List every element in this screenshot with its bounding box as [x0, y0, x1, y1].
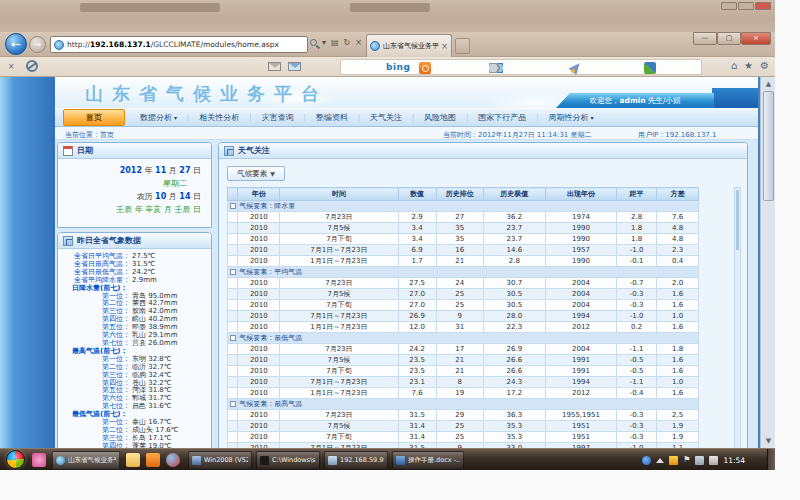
cell: 0.4 — [657, 256, 699, 267]
browser-forward-button[interactable]: → — [29, 36, 46, 53]
blocker-icon[interactable] — [26, 60, 38, 72]
window-icon — [396, 456, 405, 465]
close-button[interactable]: × — [741, 32, 771, 45]
nav-item-2[interactable]: 相关性分析 — [190, 110, 248, 125]
sogou-tray-icon[interactable] — [669, 456, 678, 465]
cell: 2010 — [238, 421, 280, 432]
calendar-body: 2012 年 11 月 27 日 星期二 农历 10 月 14 日 壬辰 年 辛… — [58, 159, 211, 216]
taskbar-window-button[interactable]: Win2008 (VS2... — [188, 451, 252, 469]
group-label: 气候要素：最低气温 — [238, 333, 699, 344]
cell: 7月5候 — [280, 223, 398, 234]
climate-table: 年份时间数值历史排位历史极值出现年份距平方差 气候要素：降水量20107月23日… — [227, 187, 699, 448]
scroll-up-icon[interactable]: ▲ — [761, 77, 775, 91]
cell: 7月23日 — [280, 278, 398, 289]
favorites-star-icon[interactable]: ★ — [744, 60, 753, 71]
action-center-flag-icon[interactable]: ⚑ — [683, 455, 690, 465]
cell: 1957 — [545, 245, 616, 256]
window-controls: —▢× — [693, 32, 771, 45]
nav-item-8[interactable]: 周期性分析▾ — [540, 110, 603, 125]
taskbar-ie-window[interactable]: 山东省气候业务平... — [52, 451, 120, 469]
stop-icon[interactable]: × — [355, 38, 362, 47]
checkbox[interactable] — [230, 269, 236, 275]
network-icon[interactable] — [695, 456, 704, 465]
panel-scrollbar[interactable] — [734, 187, 741, 448]
puzzle-icon[interactable] — [644, 62, 656, 74]
messenger-tray-icon[interactable] — [642, 456, 651, 465]
nav-item-4[interactable]: 整编资料 — [307, 110, 357, 125]
cell: 36.2 — [483, 212, 545, 223]
show-hidden-icons-arrow[interactable] — [656, 458, 664, 463]
checkbox[interactable] — [230, 203, 236, 209]
cell: 31.4 — [398, 432, 436, 443]
scrollbar-thumb[interactable] — [763, 91, 774, 201]
start-button[interactable] — [6, 450, 25, 469]
orange-app-icon[interactable] — [419, 62, 431, 74]
checkbox[interactable] — [230, 335, 236, 341]
home-icon[interactable]: ⌂ — [731, 60, 737, 71]
row-checkbox-cell — [228, 289, 238, 300]
background-window-controls — [721, 2, 771, 10]
browser-back-button[interactable]: ← — [5, 33, 27, 55]
cell: 0.2 — [617, 322, 657, 333]
column-header: 出现年份 — [545, 188, 616, 201]
nav-item-1[interactable]: 数据分析▾ — [131, 110, 186, 125]
window-title: Win2008 (VS2... — [204, 456, 248, 464]
taskbar-window-button[interactable]: 操作手册.docx -... — [392, 451, 464, 469]
close-sidebar-icon[interactable]: × — [8, 62, 15, 71]
dropdown-icon[interactable]: ▾ — [322, 38, 326, 47]
scroll-down-icon[interactable]: ▼ — [761, 434, 775, 448]
media-app-icon[interactable] — [166, 453, 180, 467]
browser-tab[interactable]: 山东省气候业务平... × — [366, 34, 452, 57]
cell: 2.5 — [657, 410, 699, 421]
cell: 31.5 — [398, 410, 436, 421]
cell: 2010 — [238, 355, 280, 366]
discs-icon[interactable] — [489, 63, 503, 73]
row-checkbox-cell — [228, 377, 238, 388]
show-desktop-button[interactable] — [767, 449, 775, 470]
address-bar-buttons: ▾ ▤ ↻ × — [310, 38, 362, 47]
row-checkbox-cell — [228, 256, 238, 267]
table-row: 20107月5候3.43523.719901.84.8 — [228, 223, 699, 234]
mail-icon[interactable] — [268, 62, 281, 71]
taskbar-window-button[interactable]: C:\Windows\s... — [256, 451, 320, 469]
cell: 30.7 — [483, 278, 545, 289]
orange-app-taskbar-icon[interactable] — [146, 453, 160, 467]
refresh-icon[interactable]: ↻ — [344, 38, 351, 47]
compatibility-icon[interactable]: ▤ — [331, 38, 339, 47]
cell: 7月5候 — [280, 355, 398, 366]
table-group-row: 气候要素：降水量 — [228, 201, 699, 212]
new-tab-button[interactable] — [455, 38, 470, 54]
cell: 21 — [436, 355, 483, 366]
nav-item-3[interactable]: 灾害查询 — [252, 110, 302, 125]
cell: 31 — [436, 322, 483, 333]
table-row: 20107月5候27.02530.52004-0.31.6 — [228, 289, 699, 300]
cell: 2010 — [238, 366, 280, 377]
nav-item-5[interactable]: 天气关注 — [361, 110, 411, 125]
address-bar[interactable]: http://192.168.137.1/GLCCLIMATE/modules/… — [50, 36, 308, 53]
bing-logo[interactable]: bing — [386, 62, 410, 72]
nav-item-7[interactable]: 国家下行产品 — [469, 110, 535, 125]
search-icon[interactable] — [310, 39, 317, 46]
climate-element-button[interactable]: 气候要素▼ — [227, 166, 285, 181]
tab-close-icon[interactable]: × — [441, 42, 448, 51]
volume-icon[interactable] — [709, 456, 718, 465]
pinned-app-icon[interactable] — [32, 453, 46, 467]
cell: 2010 — [238, 212, 280, 223]
taskbar-window-button[interactable]: 192.168.59.99... — [324, 451, 388, 469]
rocket-icon[interactable] — [569, 60, 584, 75]
cell: 1.6 — [657, 289, 699, 300]
cell: 1.6 — [657, 300, 699, 311]
mail-blue-icon[interactable] — [288, 62, 301, 71]
cell: 1月1日～7月23日 — [280, 322, 398, 333]
checkbox[interactable] — [230, 401, 236, 407]
nav-item-6[interactable]: 风险地图 — [415, 110, 465, 125]
cell: -0.7 — [617, 278, 657, 289]
maximize-button[interactable]: ▢ — [717, 32, 741, 45]
cell: 27 — [436, 212, 483, 223]
page-scrollbar[interactable]: ▲ ▼ — [760, 77, 775, 448]
table-row: 20107月5候23.52126.61991-0.51.6 — [228, 355, 699, 366]
nav-item-0[interactable]: 首页 — [63, 109, 125, 126]
explorer-folder-icon[interactable] — [126, 453, 140, 467]
minimize-button[interactable]: — — [693, 32, 717, 45]
settings-gear-icon[interactable]: ⚙ — [760, 60, 769, 71]
